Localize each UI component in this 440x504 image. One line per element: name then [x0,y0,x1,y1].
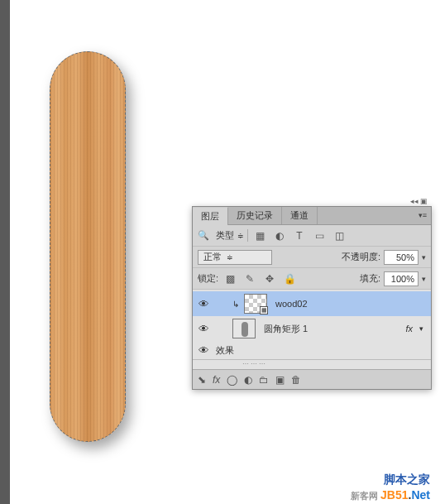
lock-transparent-icon[interactable]: ▩ [222,271,238,286]
filter-adjust-icon[interactable]: ◐ [271,228,288,243]
fx-icon[interactable]: fx [213,374,220,386]
layer-name[interactable]: 圆角矩形 1 [264,323,402,335]
tab-layers[interactable]: 图层 [193,207,228,225]
lock-position-icon[interactable]: ✥ [261,271,278,286]
filter-type-label: 类型 [216,229,234,242]
lock-pixels-icon[interactable]: ✎ [242,271,258,286]
opacity-label: 不透明度: [342,251,380,263]
filter-shape-icon[interactable]: ▭ [311,228,328,243]
filter-row: 🔍 类型 ≑ ▦ ◐ T ▭ ◫ [193,225,431,247]
filter-type-dropdown[interactable]: 类型 ≑ [213,229,248,242]
fx-expand-icon[interactable]: ▾ [419,324,428,333]
opacity-value: 50% [396,252,414,262]
group-icon[interactable]: 🗀 [259,374,269,386]
filter-pixel-icon[interactable]: ▦ [251,228,268,243]
canvas-ruler-edge [0,0,10,504]
effects-label: 效果 [216,344,234,357]
tab-channels[interactable]: 通道 [282,207,318,224]
smart-object-icon: ▦ [260,306,268,314]
fill-slider-icon[interactable]: ▾ [422,275,426,283]
layer-thumbnail[interactable]: ▦ [244,294,267,314]
layers-panel: ◂◂ ▣ 图层 历史记录 通道 ▾≡ 🔍 类型 ≑ ▦ ◐ T ▭ ◫ 正常 ≑… [192,206,432,390]
truncated-indicator: ⋯ ⋯ ⋯ [193,359,431,367]
panel-handle: ◂◂ ▣ [410,197,428,205]
filter-text-icon[interactable]: T [291,228,308,243]
close-panel-icon[interactable]: ▣ [420,197,428,205]
wood-stick-shape [50,51,126,442]
visibility-icon[interactable]: 👁 [196,296,211,311]
visibility-icon[interactable]: 👁 [196,343,211,358]
layer-thumbnail[interactable] [232,319,256,338]
new-layer-icon[interactable]: ▣ [275,374,285,386]
delete-icon[interactable]: 🗑 [291,374,301,386]
adjustment-icon[interactable]: ◐ [244,374,252,386]
blend-row: 正常 ≑ 不透明度: 50% ▾ [193,247,431,268]
panel-tabs: 图层 历史记录 通道 ▾≡ [193,207,431,225]
blend-mode-select[interactable]: 正常 ≑ [198,250,272,265]
search-icon: 🔍 [198,230,209,241]
link-layers-icon[interactable]: ⬊ [198,374,206,386]
fx-effects-row[interactable]: 👁 效果 [193,341,431,359]
chevron-down-icon: ≑ [237,232,244,240]
panel-menu-icon[interactable]: ▾≡ [418,211,428,221]
layer-row[interactable]: 👁 ↳ ▦ wood02 [193,291,431,316]
filter-smart-icon[interactable]: ◫ [331,228,347,243]
collapse-icon[interactable]: ◂◂ [410,197,418,205]
fill-label: 填充: [360,272,380,285]
chevron-down-icon: ≑ [227,253,233,262]
watermark-text: 脚本之家 [384,473,430,487]
layer-name[interactable]: wood02 [275,299,428,309]
panel-footer: ⬊ fx ◯ ◐ 🗀 ▣ 🗑 [193,369,431,389]
fill-value: 100% [391,274,414,284]
layers-list: 👁 ↳ ▦ wood02 👁 圆角矩形 1 fx ▾ 👁 效果 ⋯ ⋯ ⋯ [193,290,431,369]
lock-label: 锁定: [198,272,218,285]
lock-row: 锁定: ▩ ✎ ✥ 🔒 填充: 100% ▾ [193,268,431,290]
mask-icon[interactable]: ◯ [227,374,237,386]
watermark-text: 新客网 JB51.Net [351,488,430,502]
clip-arrow-icon: ↳ [232,300,239,309]
tab-history[interactable]: 历史记录 [228,207,282,224]
fill-input[interactable]: 100% [384,271,418,286]
opacity-input[interactable]: 50% [384,250,418,265]
lock-all-icon[interactable]: 🔒 [281,271,298,286]
blend-mode-value: 正常 [203,251,222,263]
visibility-icon[interactable]: 👁 [196,321,211,336]
opacity-slider-icon[interactable]: ▾ [422,253,426,262]
layer-row[interactable]: 👁 圆角矩形 1 fx ▾ [193,316,431,341]
fx-badge: fx [405,324,413,334]
